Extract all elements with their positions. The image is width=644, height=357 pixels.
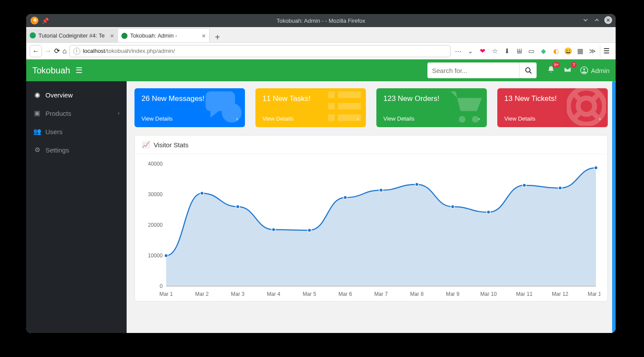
svg-point-27 xyxy=(451,205,455,208)
tab-title: Tokobuah: Admin - xyxy=(130,32,199,39)
svg-text:Mar 1: Mar 1 xyxy=(159,291,173,297)
url-bar[interactable]: i localhost/tokobuah/index.php/admin/ xyxy=(69,45,451,57)
reload-button[interactable]: ⟳ xyxy=(54,47,60,55)
svg-text:Mar 6: Mar 6 xyxy=(338,291,352,297)
svg-text:Mar 8: Mar 8 xyxy=(410,291,424,297)
pocket-icon[interactable]: ⌄ xyxy=(465,47,475,55)
url-path: /tokobuah/index.php/admin/ xyxy=(105,48,175,54)
svg-point-26 xyxy=(415,183,419,186)
browser-tab[interactable]: Tutorial Codeigniter #4: Te × xyxy=(26,28,118,42)
library-icon[interactable]: 𝍎 xyxy=(514,47,524,55)
new-tab-button[interactable]: + xyxy=(210,32,225,42)
svg-text:Mar 4: Mar 4 xyxy=(267,291,280,297)
svg-point-31 xyxy=(594,166,598,170)
tab-close-button[interactable]: × xyxy=(110,32,114,39)
svg-text:Mar 9: Mar 9 xyxy=(446,291,459,297)
notif-badge: 9+ xyxy=(552,62,560,68)
messages-button[interactable]: 7 xyxy=(564,66,572,76)
svg-text:0: 0 xyxy=(160,283,163,289)
envelope-icon xyxy=(564,66,572,73)
chevron-right-icon: › xyxy=(118,110,120,116)
app-topbar: Tokobuah ☰ 9+ 7 Admin xyxy=(26,59,616,81)
search-input[interactable] xyxy=(427,62,519,78)
bookmark-star-icon[interactable]: ☆ xyxy=(490,47,499,55)
sidebar-toggle-button[interactable]: ☰ xyxy=(76,66,83,75)
svg-text:10000: 10000 xyxy=(148,253,163,259)
card-tickets[interactable]: 13 New Tickets! View Details› xyxy=(497,88,608,127)
chevron-right-icon: › xyxy=(478,115,480,122)
card-link: View Details xyxy=(262,115,293,122)
search-group xyxy=(427,62,537,78)
tab-close-button[interactable]: × xyxy=(202,32,206,39)
svg-point-25 xyxy=(379,188,383,192)
card-title: 123 New Orders! xyxy=(383,94,480,103)
sidebar: ◉ Overview ▣ Products › 👥 Users ⚙ Settin… xyxy=(26,81,127,333)
svg-text:Mar 13: Mar 13 xyxy=(588,291,600,297)
home-button[interactable]: ⌂ xyxy=(62,47,67,55)
visitor-stats-panel: 📈 Visitor Stats 010000200003000040000Mar… xyxy=(134,135,608,302)
mail-badge: 7 xyxy=(571,62,577,68)
svg-point-19 xyxy=(164,254,168,257)
svg-text:Mar 11: Mar 11 xyxy=(516,291,533,297)
svg-text:30000: 30000 xyxy=(148,191,163,198)
card-messages[interactable]: 26 New Messages! View Details› xyxy=(134,88,245,127)
search-button[interactable] xyxy=(519,62,537,78)
window-maximize-button[interactable] xyxy=(593,16,601,24)
stats-cards: 26 New Messages! View Details› 11 New Ta… xyxy=(134,88,608,127)
svg-text:Mar 2: Mar 2 xyxy=(195,291,209,297)
card-link: View Details xyxy=(504,115,535,122)
panel-title: Visitor Stats xyxy=(154,141,189,149)
back-button[interactable]: ← xyxy=(30,45,42,57)
chevron-right-icon: › xyxy=(357,115,359,122)
ext3-icon[interactable]: ▦ xyxy=(575,47,585,55)
site-info-icon[interactable]: i xyxy=(73,48,80,55)
card-tasks[interactable]: 11 New Tasks! View Details› xyxy=(255,88,366,127)
card-title: 11 New Tasks! xyxy=(262,94,359,103)
emoji-icon[interactable]: 😀 xyxy=(563,47,573,55)
svg-rect-7 xyxy=(338,103,361,110)
svg-text:Mar 5: Mar 5 xyxy=(303,291,316,297)
svg-rect-6 xyxy=(328,103,335,110)
scrollbar-thumb[interactable] xyxy=(612,81,616,333)
svg-text:20000: 20000 xyxy=(148,222,163,228)
overflow-icon[interactable]: ≫ xyxy=(588,47,597,55)
chevron-right-icon: › xyxy=(236,115,238,122)
svg-point-24 xyxy=(344,196,347,199)
card-link: View Details xyxy=(383,115,414,122)
menu-button[interactable]: ☰ xyxy=(600,45,612,57)
browser-toolbar: ← → ⟳ ⌂ i localhost/tokobuah/index.php/a… xyxy=(26,43,616,59)
ext-icon[interactable]: ◆ xyxy=(539,47,548,55)
sidebar-item-overview[interactable]: ◉ Overview xyxy=(26,86,127,104)
forward-button[interactable]: → xyxy=(45,47,52,55)
ext2-icon[interactable]: ◐ xyxy=(551,47,561,55)
tab-title: Tutorial Codeigniter #4: Te xyxy=(38,32,107,39)
more-icon[interactable]: ⋯ xyxy=(453,47,463,55)
window-minimize-button[interactable] xyxy=(582,16,589,24)
svg-text:40000: 40000 xyxy=(148,161,163,167)
user-menu[interactable]: Admin xyxy=(580,66,610,74)
sidebar-item-settings[interactable]: ⚙ Settings xyxy=(26,141,127,159)
sidebar-item-label: Settings xyxy=(45,146,69,154)
window-close-button[interactable] xyxy=(604,16,612,24)
chart-area-icon: 📈 xyxy=(142,141,150,149)
sidebar-item-products[interactable]: ▣ Products › xyxy=(26,104,127,122)
window-title: Tokobuah: Admin - - Mozilla Firefox xyxy=(276,17,365,24)
card-orders[interactable]: 123 New Orders! View Details› xyxy=(376,88,487,127)
svg-point-22 xyxy=(272,228,276,232)
downloads-icon[interactable]: ⬇ xyxy=(502,47,512,55)
notifications-button[interactable]: 9+ xyxy=(547,66,555,76)
app-body: ◉ Overview ▣ Products › 👥 Users ⚙ Settin… xyxy=(26,81,616,333)
heart-icon[interactable]: ❤ xyxy=(478,47,487,55)
reader-icon[interactable]: ▭ xyxy=(527,47,536,55)
svg-point-29 xyxy=(523,184,526,187)
sidebar-item-label: Users xyxy=(45,128,62,135)
browser-window: 📌 Tokobuah: Admin - - Mozilla Firefox Tu… xyxy=(26,14,616,333)
brand[interactable]: Tokobuah xyxy=(32,66,70,76)
browser-tabstrip: Tutorial Codeigniter #4: Te × Tokobuah: … xyxy=(26,27,616,43)
svg-text:Mar 7: Mar 7 xyxy=(374,291,388,297)
pin-icon[interactable]: 📌 xyxy=(42,17,49,24)
browser-tab[interactable]: Tokobuah: Admin - × xyxy=(118,28,210,42)
sidebar-item-users[interactable]: 👥 Users xyxy=(26,122,127,141)
card-title: 13 New Tickets! xyxy=(504,94,601,103)
cubes-icon: ▣ xyxy=(33,109,41,117)
